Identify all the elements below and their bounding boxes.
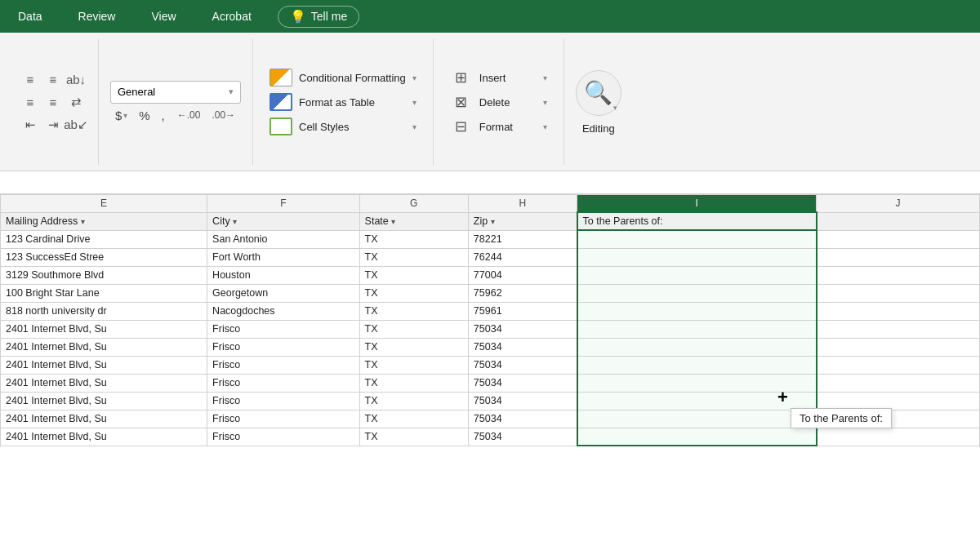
table-cell[interactable]: Frisco	[207, 338, 360, 356]
tab-data[interactable]: Data	[8, 6, 52, 27]
table-cell[interactable]: Georgetown	[207, 284, 360, 302]
table-cell[interactable]: 2401 Internet Blvd, Su	[1, 356, 207, 374]
table-cell[interactable]: 123 SuccessEd Stree	[1, 248, 207, 266]
tab-review[interactable]: Review	[69, 6, 126, 27]
insert-button[interactable]: ⊞ Insert ▾	[445, 66, 552, 89]
table-cell[interactable]: 75034	[468, 338, 577, 356]
align-top-left-btn[interactable]: ≡	[20, 69, 41, 90]
table-cell[interactable]: 2401 Internet Blvd, Su	[1, 428, 207, 446]
table-cell[interactable]: Houston	[207, 266, 360, 284]
table-cell[interactable]	[577, 320, 817, 338]
table-cell[interactable]: 2401 Internet Blvd, Su	[1, 338, 207, 356]
table-cell[interactable]: 100 Bright Star Lane	[1, 284, 207, 302]
table-cell[interactable]: TX	[359, 230, 468, 248]
table-cell[interactable]: 76244	[468, 248, 577, 266]
editing-search-button[interactable]: 🔍 ▾	[576, 70, 621, 116]
align-bot-center-btn[interactable]: ⇥	[42, 114, 64, 135]
table-cell[interactable]	[577, 230, 817, 248]
table-cell[interactable]: 75034	[468, 410, 577, 428]
table-cell[interactable]	[817, 302, 980, 320]
table-cell[interactable]: 75034	[468, 356, 577, 374]
align-merge-btn[interactable]: ab↙	[65, 114, 87, 135]
table-cell[interactable]: Frisco	[207, 374, 360, 392]
align-wrap-btn[interactable]: ⇄	[65, 91, 87, 113]
table-cell[interactable]	[817, 248, 980, 266]
table-cell[interactable]	[817, 356, 980, 374]
table-cell[interactable]	[817, 392, 980, 410]
table-cell[interactable]: TX	[359, 338, 468, 356]
table-cell[interactable]: Frisco	[207, 356, 360, 374]
table-cell[interactable]: 818 north university dr	[1, 302, 207, 320]
table-cell[interactable]: 75962	[468, 284, 577, 302]
align-bot-left-btn[interactable]: ⇤	[20, 114, 41, 135]
table-cell[interactable]: San Antonio	[207, 230, 360, 248]
tab-acrobat[interactable]: Acrobat	[203, 6, 261, 27]
table-cell[interactable]: 2401 Internet Blvd, Su	[1, 410, 207, 428]
table-cell[interactable]: TX	[359, 302, 468, 320]
align-mid-center-btn[interactable]: ≡	[42, 91, 64, 113]
table-cell[interactable]	[577, 428, 817, 446]
table-cell[interactable]: TX	[359, 284, 468, 302]
table-cell[interactable]: 75961	[468, 302, 577, 320]
table-cell[interactable]	[577, 302, 817, 320]
table-cell[interactable]	[817, 320, 980, 338]
table-cell[interactable]: 78221	[468, 230, 577, 248]
table-cell[interactable]: Nacogdoches	[207, 302, 360, 320]
table-cell[interactable]: Frisco	[207, 410, 360, 428]
filter-arrow-f[interactable]: ▾	[233, 217, 237, 226]
align-top-right-btn[interactable]: ab↓	[65, 69, 87, 90]
table-cell[interactable]: 77004	[468, 266, 577, 284]
table-cell[interactable]	[577, 356, 817, 374]
table-cell[interactable]: Frisco	[207, 392, 360, 410]
table-cell[interactable]	[577, 266, 817, 284]
table-cell[interactable]: TX	[359, 410, 468, 428]
decrease-decimal-btn[interactable]: ←.00	[173, 108, 205, 122]
table-cell[interactable]: TX	[359, 266, 468, 284]
table-cell[interactable]	[577, 338, 817, 356]
number-format-dropdown[interactable]: General ▾	[110, 81, 241, 104]
conditional-formatting-button[interactable]: Conditional Formatting ▾	[265, 66, 421, 89]
filter-arrow-h[interactable]: ▾	[491, 217, 495, 226]
table-cell[interactable]: TX	[359, 248, 468, 266]
tell-me-box[interactable]: 💡 Tell me	[278, 6, 359, 28]
format-as-table-button[interactable]: Format as Table ▾	[265, 91, 421, 113]
table-cell[interactable]	[577, 410, 817, 428]
cell-styles-button[interactable]: Cell Styles ▾	[265, 115, 421, 138]
align-mid-left-btn[interactable]: ≡	[20, 91, 41, 113]
table-cell[interactable]: 3129 Southmore Blvd	[1, 266, 207, 284]
table-cell[interactable]: Frisco	[207, 428, 360, 446]
table-cell[interactable]: 2401 Internet Blvd, Su	[1, 392, 207, 410]
currency-button[interactable]: $ ▾	[112, 107, 131, 124]
table-cell[interactable]: 75034	[468, 320, 577, 338]
table-cell[interactable]: 123 Cardinal Drive	[1, 230, 207, 248]
align-top-center-btn[interactable]: ≡	[42, 69, 64, 90]
table-cell[interactable]: TX	[359, 374, 468, 392]
format-button[interactable]: ⊟ Format ▾	[445, 115, 552, 138]
percent-button[interactable]: %	[136, 107, 153, 124]
table-cell[interactable]: 2401 Internet Blvd, Su	[1, 320, 207, 338]
table-cell[interactable]	[817, 428, 980, 446]
table-cell[interactable]: TX	[359, 356, 468, 374]
filter-arrow-g[interactable]: ▾	[391, 217, 395, 226]
header-to-parents[interactable]: To the Parents of:	[577, 212, 817, 230]
table-cell[interactable]	[817, 266, 980, 284]
table-cell[interactable]	[817, 230, 980, 248]
table-cell[interactable]: TX	[359, 428, 468, 446]
filter-arrow-e[interactable]: ▾	[81, 217, 85, 226]
table-cell[interactable]: Fort Worth	[207, 248, 360, 266]
table-cell[interactable]	[577, 284, 817, 302]
table-cell[interactable]: TX	[359, 320, 468, 338]
table-cell[interactable]	[817, 338, 980, 356]
table-cell[interactable]	[817, 374, 980, 392]
delete-button[interactable]: ⊠ Delete ▾	[445, 91, 552, 113]
table-cell[interactable]: 75034	[468, 374, 577, 392]
table-cell[interactable]: 75034	[468, 392, 577, 410]
table-cell[interactable]	[577, 248, 817, 266]
table-cell[interactable]: 75034	[468, 428, 577, 446]
table-cell[interactable]: TX	[359, 392, 468, 410]
table-cell[interactable]: 2401 Internet Blvd, Su	[1, 374, 207, 392]
table-cell[interactable]: Frisco	[207, 320, 360, 338]
increase-decimal-btn[interactable]: .00→	[207, 108, 239, 122]
table-cell[interactable]	[817, 284, 980, 302]
comma-button[interactable]: ,	[158, 107, 168, 124]
